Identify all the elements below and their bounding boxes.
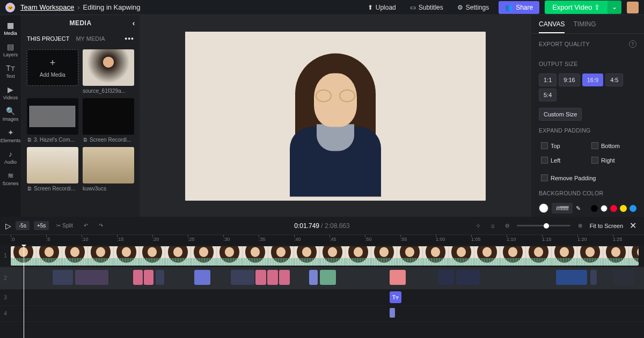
- tab-this-project[interactable]: THIS PROJECT: [27, 33, 69, 44]
- workspace-link[interactable]: Team Workspace: [20, 3, 74, 11]
- play-button[interactable]: ▷: [5, 222, 11, 230]
- settings-button[interactable]: ⚙Settings: [453, 2, 493, 13]
- zoom-out-button[interactable]: ⊖: [502, 221, 513, 230]
- clip[interactable]: [556, 270, 587, 285]
- clip[interactable]: [255, 270, 266, 285]
- text-clip[interactable]: Tᴛ: [390, 291, 401, 303]
- tab-timing[interactable]: TIMING: [573, 20, 596, 33]
- clip[interactable]: [133, 270, 143, 285]
- fit-to-screen-button[interactable]: Fit to Screen: [590, 223, 623, 229]
- clip[interactable]: [320, 270, 336, 285]
- bg-color-label: BACKGROUND COLOR: [539, 190, 636, 196]
- bg-hex-input[interactable]: #ffffff: [552, 203, 573, 214]
- close-timeline-button[interactable]: ✕: [627, 221, 639, 231]
- audio-icon: ♪: [6, 150, 15, 158]
- split-button[interactable]: ✂Split: [53, 221, 76, 230]
- help-icon[interactable]: ?: [629, 40, 636, 48]
- rail-layers[interactable]: ▤Layers: [0, 40, 21, 60]
- media-item[interactable]: kuwv3ucs: [83, 147, 134, 192]
- export-dropdown[interactable]: ⌄: [608, 1, 621, 14]
- custom-size-button[interactable]: Custom Size: [539, 108, 582, 121]
- media-item[interactable]: source_61f329a...: [83, 49, 134, 94]
- add-media-button[interactable]: +Add Media: [27, 49, 78, 94]
- eyedropper-icon[interactable]: ✎: [576, 205, 581, 212]
- clip[interactable]: [390, 270, 406, 285]
- clip[interactable]: [156, 270, 164, 285]
- remove-padding[interactable]: Remove Padding: [539, 172, 636, 183]
- tab-canvas[interactable]: CANVAS: [539, 20, 565, 33]
- elements-icon: ✦: [6, 128, 15, 137]
- swatch-red[interactable]: [610, 205, 617, 212]
- ratio-5-4[interactable]: 5:4: [539, 89, 557, 101]
- clip[interactable]: [53, 270, 73, 285]
- media-item[interactable]: 🗎Screen Recordi...: [83, 98, 134, 143]
- chevron-down-icon: ⌄: [612, 3, 617, 11]
- ratio-4-5[interactable]: 4:5: [605, 74, 623, 86]
- clip[interactable]: [390, 308, 395, 318]
- swatch-blue[interactable]: [630, 205, 636, 212]
- rail-audio[interactable]: ♪Audio: [0, 147, 21, 167]
- ruler-tick: :0: [11, 237, 15, 242]
- zoom-in-button[interactable]: ⊕: [575, 221, 586, 230]
- clip[interactable]: [75, 270, 108, 285]
- swatch-yellow[interactable]: [620, 205, 627, 212]
- swatch-white[interactable]: [601, 205, 608, 212]
- clip[interactable]: [279, 270, 290, 285]
- user-avatar[interactable]: [627, 2, 639, 13]
- pad-right[interactable]: Right: [589, 155, 636, 166]
- clip[interactable]: [456, 270, 480, 285]
- share-button[interactable]: 👥Share: [499, 1, 539, 14]
- ruler-tick: :55: [400, 237, 407, 242]
- clip[interactable]: [438, 270, 454, 285]
- swatch-black[interactable]: [591, 205, 598, 212]
- ruler-tick: :20: [152, 237, 159, 242]
- clip[interactable]: [309, 270, 318, 285]
- tab-my-media[interactable]: MY MEDIA: [76, 33, 105, 44]
- pad-left[interactable]: Left: [539, 155, 586, 166]
- media-item[interactable]: 🗎Screen Recordi...: [27, 147, 78, 192]
- clip[interactable]: [267, 270, 278, 285]
- ratio-1-1[interactable]: 1:1: [539, 74, 557, 86]
- subtitles-button[interactable]: ▭Subtitles: [406, 2, 448, 13]
- clip[interactable]: [231, 270, 254, 285]
- app-logo[interactable]: 🐱: [5, 3, 15, 12]
- collapse-panel-button[interactable]: ‹: [133, 19, 135, 27]
- tool-rail: ▦Media ▤Layers TᴛText ▶Videos 🔍Images ✦E…: [0, 15, 21, 217]
- pad-bottom[interactable]: Bottom: [589, 140, 636, 151]
- clip[interactable]: [590, 270, 597, 285]
- back-5s-button[interactable]: -5s: [16, 221, 30, 230]
- media-item[interactable]: 🗎3. Hazel's Com...: [27, 98, 78, 143]
- ruler-tick: 1:10: [507, 237, 516, 242]
- playhead[interactable]: [24, 245, 24, 338]
- rail-videos[interactable]: ▶Videos: [0, 83, 21, 103]
- redo-button[interactable]: ↷: [96, 221, 106, 230]
- video-preview[interactable]: [185, 32, 486, 201]
- rail-elements[interactable]: ✦Elements: [0, 126, 21, 146]
- top-bar: 🐱 Team Workspace › Editing in Kapwing ⬆U…: [0, 0, 644, 15]
- ratio-9-16[interactable]: 9:16: [559, 74, 580, 86]
- timeline-tracks[interactable]: 1 2 3 Tᴛ 4: [0, 245, 644, 338]
- project-title: Editing in Kapwing: [83, 3, 141, 11]
- zoom-slider[interactable]: [517, 225, 570, 226]
- ratio-16-9[interactable]: 16:9: [582, 74, 603, 86]
- snap-button[interactable]: ⊹: [473, 221, 484, 230]
- timeline-ruler[interactable]: :0:5:10:15:20:25:30:35:40:45:50:551:001:…: [0, 235, 644, 245]
- rail-media[interactable]: ▦Media: [0, 18, 21, 39]
- clip[interactable]: [194, 270, 210, 285]
- canvas-area[interactable]: [140, 15, 531, 217]
- mirror-button[interactable]: ⦶: [488, 221, 497, 231]
- upload-button[interactable]: ⬆Upload: [363, 2, 400, 13]
- pad-top[interactable]: Top: [539, 140, 586, 151]
- track-label: 2: [0, 275, 11, 281]
- export-button[interactable]: Export Video ⇪: [545, 1, 608, 14]
- rail-scenes[interactable]: ≋Scenes: [0, 168, 21, 189]
- rail-text[interactable]: TᴛText: [0, 61, 21, 82]
- clip[interactable]: [144, 270, 153, 285]
- forward-5s-button[interactable]: +5s: [34, 221, 49, 230]
- rail-images[interactable]: 🔍Images: [0, 104, 21, 124]
- undo-button[interactable]: ↶: [80, 221, 91, 230]
- media-more-button[interactable]: •••: [125, 34, 134, 43]
- clip[interactable]: [613, 270, 634, 285]
- bg-swatch[interactable]: [539, 203, 548, 213]
- video-clip[interactable]: [11, 246, 639, 266]
